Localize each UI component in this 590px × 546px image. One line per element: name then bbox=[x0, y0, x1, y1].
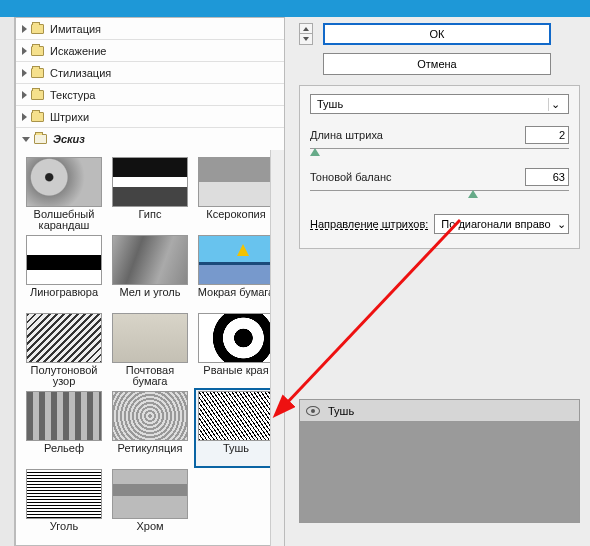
direction-label: Направление штрихов: bbox=[310, 218, 428, 230]
category-row[interactable]: Эскиз bbox=[16, 128, 284, 150]
filter-thumbnail[interactable]: Линогравюра bbox=[24, 234, 104, 310]
disclosure-triangle-icon bbox=[22, 113, 27, 121]
thumbnail-image bbox=[198, 157, 270, 207]
eye-icon[interactable] bbox=[306, 406, 320, 416]
thumbnail-label: Ретикуляция bbox=[118, 443, 183, 465]
slider-thumb[interactable] bbox=[310, 148, 320, 156]
thumbnail-image bbox=[112, 235, 188, 285]
filter-thumbnail[interactable]: Хром bbox=[110, 468, 190, 544]
filter-categories-panel: ИмитацияИскажениеСтилизацияТекстураШтрих… bbox=[15, 17, 285, 546]
thumbnail-image bbox=[26, 469, 102, 519]
thumbnail-image bbox=[26, 235, 102, 285]
category-label: Текстура bbox=[50, 89, 95, 101]
filter-thumbnail[interactable]: Ретикуляция bbox=[110, 390, 190, 466]
thumbnail-image bbox=[26, 391, 102, 441]
settings-panel: ОК Отмена Тушь ⌄ Длина штриха bbox=[291, 17, 590, 546]
filter-select[interactable]: Тушь ⌄ bbox=[310, 94, 569, 114]
filter-thumbnail[interactable]: Тушь bbox=[196, 390, 270, 466]
thumbnail-image bbox=[112, 469, 188, 519]
tone-balance-label: Тоновой баланс bbox=[310, 171, 392, 183]
stroke-length-label: Длина штриха bbox=[310, 129, 383, 141]
direction-value: По диагонали вправо bbox=[441, 218, 550, 230]
thumbnail-label: Полутоновой узор bbox=[25, 365, 103, 387]
disclosure-triangle-icon bbox=[22, 137, 30, 142]
folder-icon bbox=[31, 46, 44, 56]
filter-thumbnail[interactable]: Мел и уголь bbox=[110, 234, 190, 310]
category-label: Искажение bbox=[50, 45, 106, 57]
folder-icon bbox=[34, 134, 47, 144]
thumbnail-image bbox=[26, 313, 102, 363]
thumbnail-label: Мел и уголь bbox=[119, 287, 180, 309]
disclosure-triangle-icon bbox=[22, 69, 27, 77]
filter-thumbnail[interactable]: Почтовая бумага bbox=[110, 312, 190, 388]
folder-icon bbox=[31, 68, 44, 78]
filter-step-buttons bbox=[299, 23, 313, 45]
thumbnail-image bbox=[112, 313, 188, 363]
thumbnail-label: Ксерокопия bbox=[206, 209, 265, 231]
chevron-up-icon bbox=[303, 27, 309, 31]
tone-balance-input[interactable] bbox=[525, 168, 569, 186]
filter-thumbnail[interactable]: Мокрая бумага bbox=[196, 234, 270, 310]
cancel-button[interactable]: Отмена bbox=[323, 53, 551, 75]
thumbnail-image bbox=[112, 391, 188, 441]
filter-thumbnail[interactable]: Волшебный карандаш bbox=[24, 156, 104, 232]
thumbnail-label: Рельеф bbox=[44, 443, 84, 465]
chevron-down-icon: ⌄ bbox=[548, 98, 562, 111]
thumbnail-label: Хром bbox=[136, 521, 163, 543]
thumbnail-label: Почтовая бумага bbox=[111, 365, 189, 387]
thumbnail-label: Тушь bbox=[223, 443, 249, 465]
filter-thumbnail[interactable]: Уголь bbox=[24, 468, 104, 544]
step-down-button[interactable] bbox=[299, 34, 313, 45]
thumbnail-label: Линогравюра bbox=[30, 287, 98, 309]
filter-thumbnail[interactable]: Гипс bbox=[110, 156, 190, 232]
thumbnail-image bbox=[26, 157, 102, 207]
category-label: Стилизация bbox=[50, 67, 111, 79]
disclosure-triangle-icon bbox=[22, 47, 27, 55]
thumbnail-label: Уголь bbox=[50, 521, 78, 543]
thumbnail-label: Волшебный карандаш bbox=[25, 209, 103, 231]
category-label: Эскиз bbox=[53, 133, 85, 145]
disclosure-triangle-icon bbox=[22, 91, 27, 99]
thumbnail-label: Рваные края bbox=[203, 365, 268, 387]
thumbnail-image bbox=[198, 313, 270, 363]
stroke-length-slider[interactable] bbox=[310, 148, 569, 156]
slider-thumb[interactable] bbox=[468, 190, 478, 198]
thumbnail-image bbox=[198, 391, 270, 441]
effect-stack-panel: Тушь bbox=[299, 399, 580, 523]
category-row[interactable]: Штрихи bbox=[16, 106, 284, 128]
thumbnail-image bbox=[112, 157, 188, 207]
stack-layer-name: Тушь bbox=[328, 405, 354, 417]
chevron-down-icon bbox=[303, 37, 309, 41]
category-row[interactable]: Текстура bbox=[16, 84, 284, 106]
folder-icon bbox=[31, 24, 44, 34]
thumbnail-label: Мокрая бумага bbox=[198, 287, 270, 309]
thumbnail-label: Гипс bbox=[139, 209, 162, 231]
chevron-down-icon: ⌄ bbox=[557, 218, 566, 231]
direction-select[interactable]: По диагонали вправо ⌄ bbox=[434, 214, 569, 234]
category-row[interactable]: Искажение bbox=[16, 40, 284, 62]
scrollbar[interactable] bbox=[270, 150, 284, 546]
step-up-button[interactable] bbox=[299, 23, 313, 34]
filter-thumbnail[interactable]: Полутоновой узор bbox=[24, 312, 104, 388]
ok-button[interactable]: ОК bbox=[323, 23, 551, 45]
ok-label: ОК bbox=[430, 28, 445, 40]
left-edge-bar bbox=[0, 17, 15, 546]
folder-icon bbox=[31, 112, 44, 122]
disclosure-triangle-icon bbox=[22, 25, 27, 33]
folder-icon bbox=[31, 90, 44, 100]
cancel-label: Отмена bbox=[417, 58, 456, 70]
category-label: Имитация bbox=[50, 23, 101, 35]
category-row[interactable]: Имитация bbox=[16, 18, 284, 40]
stack-body[interactable] bbox=[300, 422, 579, 522]
thumbnail-image bbox=[198, 235, 270, 285]
filter-select-value: Тушь bbox=[317, 98, 343, 110]
filter-thumbnail[interactable]: Рваные края bbox=[196, 312, 270, 388]
stroke-length-input[interactable] bbox=[525, 126, 569, 144]
category-row[interactable]: Стилизация bbox=[16, 62, 284, 84]
tone-balance-slider[interactable] bbox=[310, 190, 569, 198]
filter-thumbnail[interactable]: Рельеф bbox=[24, 390, 104, 466]
filter-thumbnail[interactable]: Ксерокопия bbox=[196, 156, 270, 232]
category-label: Штрихи bbox=[50, 111, 89, 123]
